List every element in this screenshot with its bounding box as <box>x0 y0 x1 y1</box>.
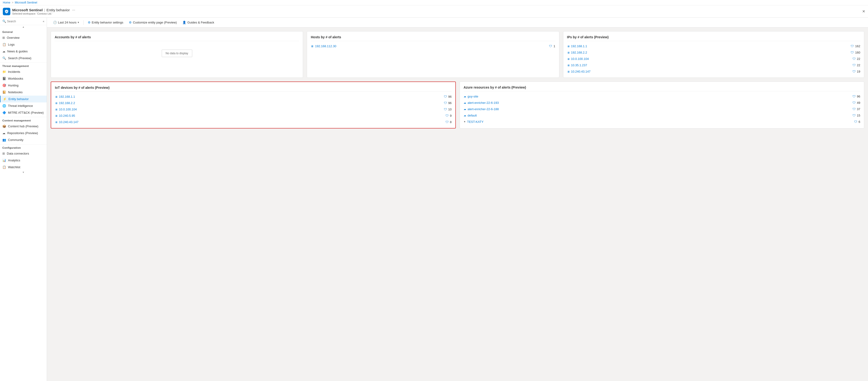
hosts-card-list: 🖥 192.168.112.30 🛡 1 <box>311 44 555 49</box>
sidebar-item-label: Content hub (Preview) <box>8 124 38 128</box>
sidebar-item-label: Entity behavior <box>8 97 29 101</box>
sidebar-item-content-hub[interactable]: 📦 Content hub (Preview) <box>0 123 47 130</box>
iot-link-4[interactable]: 10.240.5.95 <box>59 114 75 117</box>
ip-link-4[interactable]: 10.35.1.237 <box>571 63 587 67</box>
sidebar-item-label: MITRE ATT&CK (Preview) <box>8 111 44 114</box>
count-3: 22 <box>857 57 860 61</box>
sidebar-item-news-guides[interactable]: ☁ News & guides <box>0 48 47 55</box>
breadcrumb-sentinel[interactable]: Microsoft Sentinel <box>15 1 37 4</box>
sidebar-item-incidents[interactable]: 📁 Incidents <box>0 68 47 75</box>
iot-card-title: IoT devices by # of alerts (Preview) <box>55 86 452 92</box>
table-row: 🖥 10.35.1.237 🛡 22 <box>567 63 861 67</box>
repositories-icon: ☁ <box>2 131 5 135</box>
breadcrumb-home[interactable]: Home <box>3 1 10 4</box>
time-range-button[interactable]: 🕐 Last 24 hours ▾ <box>51 20 82 25</box>
table-row: 🖥 192.168.2.2 🛡 160 <box>567 50 861 55</box>
sidebar-item-search-preview[interactable]: 🔍 Search (Preview) <box>0 55 47 62</box>
azure-count-4: 15 <box>857 114 860 117</box>
ip-icon-2: 🖥 <box>567 51 570 54</box>
sidebar-item-watchlist[interactable]: 📋 Watchlist <box>0 164 47 171</box>
threat-intel-icon: 🌐 <box>2 104 6 108</box>
overview-icon: ⊞ <box>2 36 5 39</box>
sidebar-item-workbooks[interactable]: 📓 Workbooks <box>0 75 47 82</box>
iot-count-1: 96 <box>448 95 452 98</box>
sidebar-item-analytics[interactable]: 📊 Analytics <box>0 157 47 164</box>
cards-row-2: IoT devices by # of alerts (Preview) 🖥 1… <box>51 82 864 128</box>
app-title-block: Microsoft Sentinel | Entity behavior ···… <box>12 8 75 15</box>
row-right: 🛡 1 <box>549 45 555 48</box>
collapse-sidebar-icon[interactable]: « <box>43 20 44 23</box>
entity-behavior-settings-button[interactable]: ⚙ Entity behavior settings <box>86 20 126 25</box>
iot-count-3: 10 <box>448 108 452 111</box>
table-row: ☁ alert-enricher-22-6-193 🛡 49 <box>464 100 860 105</box>
ip-link-5[interactable]: 10.240.43.147 <box>571 70 591 73</box>
iot-count-2: 96 <box>448 101 452 105</box>
sidebar-item-label: Analytics <box>8 158 20 162</box>
table-row: 🖥 192.168.1.1 🛡 96 <box>55 94 452 99</box>
iot-card-list: 🖥 192.168.1.1 🛡 96 🖥 192.168.2. <box>55 94 452 124</box>
iot-link-1[interactable]: 192.168.1.1 <box>59 95 75 98</box>
sidebar-item-logs[interactable]: 📋 Logs <box>0 41 47 48</box>
guides-feedback-button[interactable]: 👤 Guides & Feedback <box>180 20 216 25</box>
sidebar-item-label: Workbooks <box>8 77 23 80</box>
sidebar-item-label: Threat intelligence <box>8 104 33 108</box>
ip-link-2[interactable]: 192.168.2.2 <box>571 51 587 54</box>
iot-link-5[interactable]: 10.240.43.147 <box>59 120 79 124</box>
iot-icon-4: 🖥 <box>55 114 58 117</box>
row-left: 🖥 192.168.112.30 <box>311 45 336 48</box>
search-input[interactable] <box>7 20 42 23</box>
accounts-card: Accounts by # of alerts No data to displ… <box>51 31 303 78</box>
page-content: Accounts by # of alerts No data to displ… <box>47 28 868 381</box>
sidebar-section-threat: Threat management <box>0 62 47 68</box>
guides-label: Guides & Feedback <box>187 21 214 24</box>
shield-1: 🛡 <box>850 45 854 48</box>
sidebar-item-label: Overview <box>7 36 20 39</box>
app-title: Microsoft Sentinel <box>12 8 43 12</box>
sidebar-item-repositories[interactable]: ☁ Repositories (Preview) <box>0 130 47 137</box>
sidebar-item-overview[interactable]: ⊞ Overview <box>0 34 47 41</box>
azure-icon-3: ☁ <box>464 108 466 111</box>
count-2: 160 <box>855 51 860 54</box>
sidebar-item-community[interactable]: 👥 Community <box>0 137 47 143</box>
sidebar-item-data-connectors[interactable]: ⊞ Data connectors <box>0 150 47 157</box>
host-link[interactable]: 192.168.112.30 <box>315 45 336 48</box>
table-row: 🖥 192.168.2.2 🛡 96 <box>55 101 452 105</box>
ip-link-3[interactable]: 10.0.100.104 <box>571 57 589 61</box>
azure-link-3[interactable]: alert-enricher-22-6-188 <box>468 107 499 111</box>
entity-settings-label: Entity behavior settings <box>92 21 123 24</box>
sidebar-item-label: Hunting <box>8 84 19 87</box>
customize-entity-button[interactable]: ⚙ Customize entity page (Preview) <box>126 20 179 25</box>
sidebar-item-mitre[interactable]: 🔷 MITRE ATT&CK (Preview) <box>0 109 47 116</box>
sidebar-item-entity-behavior[interactable]: ⚡ Entity behavior <box>0 96 47 102</box>
close-icon[interactable]: ✕ <box>862 9 865 13</box>
iot-link-3[interactable]: 10.0.100.104 <box>59 108 77 111</box>
table-row: 🖥 10.240.5.95 🛡 9 <box>55 113 452 118</box>
host-icon: 🖥 <box>311 45 314 48</box>
time-range-label: Last 24 hours <box>58 21 76 24</box>
azure-link-1[interactable]: guy-site <box>468 95 478 98</box>
toolbar: 🕐 Last 24 hours ▾ ⚙ Entity behavior sett… <box>47 18 868 28</box>
sidebar-item-threat-intelligence[interactable]: 🌐 Threat intelligence <box>0 102 47 109</box>
azure-link-5[interactable]: TEST-KATY <box>467 120 484 123</box>
iot-icon-2: 🖥 <box>55 102 58 105</box>
sidebar-item-label: Repositories (Preview) <box>7 131 38 135</box>
azure-shield-4: 🛡 <box>852 114 856 117</box>
ips-card-list: 🖥 192.168.1.1 🛡 162 🖥 192.168.2 <box>567 44 861 74</box>
notebooks-icon: 📔 <box>2 90 6 94</box>
accounts-card-title: Accounts by # of alerts <box>55 35 299 41</box>
more-options-icon[interactable]: ··· <box>72 8 75 12</box>
incidents-icon: 📁 <box>2 70 6 74</box>
iot-link-2[interactable]: 192.168.2.2 <box>59 101 75 105</box>
shield-5: 🛡 <box>852 70 856 73</box>
azure-link-4[interactable]: default <box>468 114 477 117</box>
azure-link-2[interactable]: alert-enricher-22-6-193 <box>468 101 499 105</box>
ip-link-1[interactable]: 192.168.1.1 <box>571 45 587 48</box>
clock-icon: 🕐 <box>53 21 57 24</box>
azure-shield-5: 🛡 <box>854 120 857 123</box>
sidebar-section-content: Content management <box>0 117 47 123</box>
table-row: 🖥 10.240.43.147 🛡 8 <box>55 120 452 124</box>
sidebar-item-hunting[interactable]: 🎯 Hunting <box>0 82 47 89</box>
sidebar-item-label: Notebooks <box>8 90 23 94</box>
sidebar-item-label: Incidents <box>8 70 20 74</box>
sidebar-item-notebooks[interactable]: 📔 Notebooks <box>0 89 47 96</box>
